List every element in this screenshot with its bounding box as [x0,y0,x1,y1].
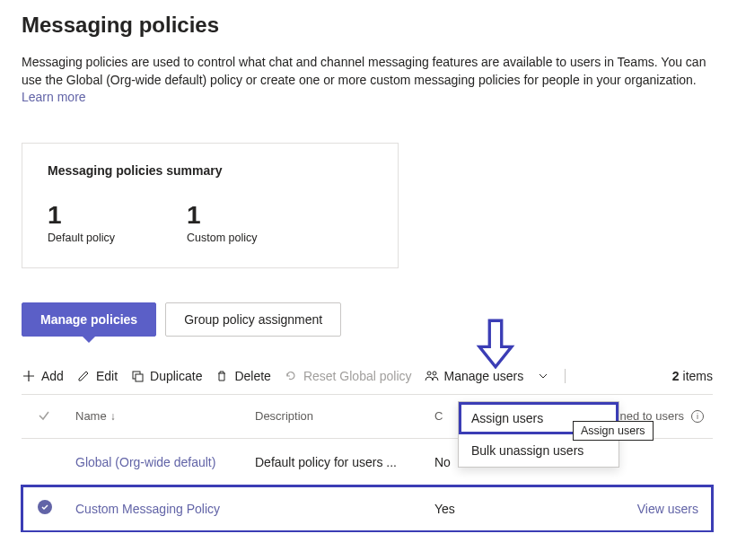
items-count: 2 items [672,369,713,383]
tab-row: Manage policies Group policy assignment [22,302,715,337]
info-icon[interactable]: i [691,410,704,423]
svg-point-2 [427,372,431,375]
tab-manage-policies[interactable]: Manage policies [22,302,156,337]
reset-global-policy-button: Reset Global policy [284,369,412,383]
pencil-icon [76,369,91,383]
sort-desc-icon: ↓ [110,410,116,423]
plus-icon [22,369,36,383]
summary-default: 1 Default policy [48,203,115,244]
header-checkmark-icon[interactable] [38,409,52,424]
delete-button[interactable]: Delete [215,369,270,383]
reset-icon [284,369,298,383]
row-checkbox[interactable] [38,453,56,471]
svg-point-3 [433,372,436,375]
trash-icon [215,369,229,383]
table-row[interactable]: Custom Messaging Policy Yes View users [22,486,713,532]
col-description[interactable]: Description [255,409,434,423]
page-title: Messaging policies [22,13,715,38]
page-description: Messaging policies are used to control w… [22,54,713,107]
summary-card: Messaging policies summary 1 Default pol… [22,143,399,268]
svg-rect-1 [136,374,143,381]
manage-users-button[interactable]: Manage users [425,369,551,383]
col-name[interactable]: Name ↓ [75,409,255,423]
edit-button[interactable]: Edit [76,369,118,383]
chevron-down-icon [536,369,550,383]
checkmark-filled-icon [38,500,52,514]
summary-custom: 1 Custom policy [187,203,258,244]
learn-more-link[interactable]: Learn more [22,90,86,104]
toolbar: Add Edit Duplicate Delete Reset Global p [22,369,713,395]
policy-name-link[interactable]: Global (Org-wide default) [75,455,255,469]
view-users-link[interactable]: View users [542,502,713,516]
row-checkbox[interactable] [38,500,56,518]
tab-group-policy-assignment[interactable]: Group policy assignment [165,302,341,337]
policy-description: Default policy for users ... [255,455,434,469]
toolbar-divider [565,369,566,383]
copy-icon [130,369,145,383]
people-icon [425,369,439,383]
policy-name-link[interactable]: Custom Messaging Policy [75,502,255,516]
summary-title: Messaging policies summary [48,163,373,178]
policy-custom: Yes [434,502,542,516]
duplicate-button[interactable]: Duplicate [130,369,202,383]
assign-users-tooltip: Assign users [573,421,654,441]
add-button[interactable]: Add [22,369,64,383]
